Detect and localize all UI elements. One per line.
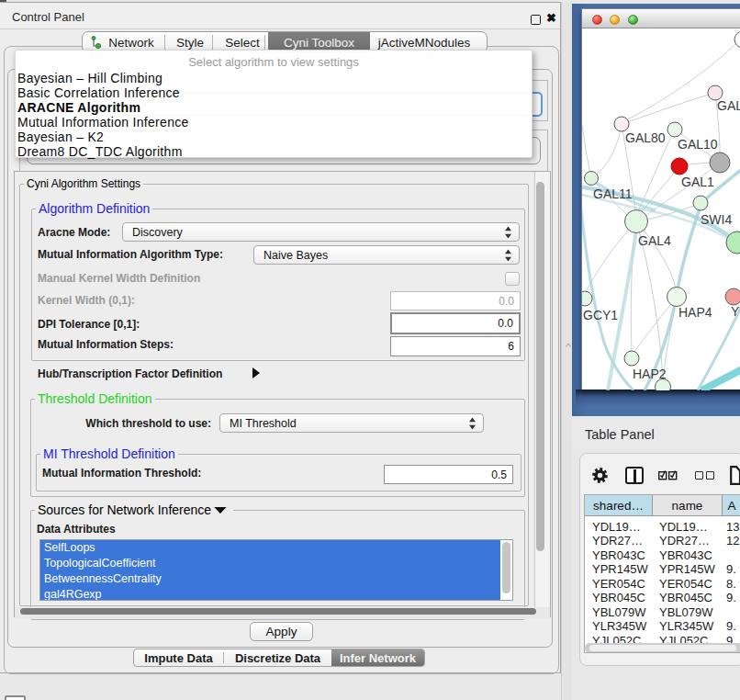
- svg-text:HAP4: HAP4: [678, 305, 712, 320]
- svg-text:GAL10: GAL10: [678, 137, 718, 152]
- svg-text:GAL8: GAL8: [717, 98, 740, 113]
- svg-text:GAL4: GAL4: [638, 233, 671, 248]
- svg-text:Y: Y: [731, 304, 740, 319]
- svg-text:GAL80: GAL80: [625, 130, 666, 145]
- svg-text:SWI4: SWI4: [701, 212, 732, 227]
- svg-text:GAL1: GAL1: [681, 175, 714, 189]
- svg-text:GAL11: GAL11: [593, 186, 633, 201]
- svg-text:GCY1: GCY1: [583, 308, 618, 322]
- svg-text:HAP2: HAP2: [633, 367, 667, 381]
